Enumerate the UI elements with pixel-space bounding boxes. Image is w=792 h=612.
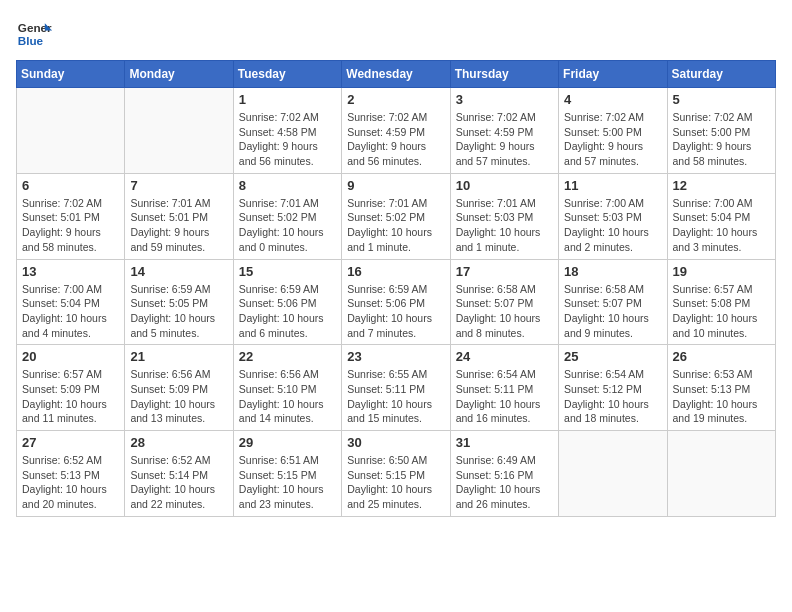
day-number: 1 bbox=[239, 92, 336, 107]
weekday-header-row: SundayMondayTuesdayWednesdayThursdayFrid… bbox=[17, 61, 776, 88]
day-info: Sunrise: 6:59 AMSunset: 5:05 PMDaylight:… bbox=[130, 282, 227, 341]
day-info: Sunrise: 6:57 AMSunset: 5:09 PMDaylight:… bbox=[22, 367, 119, 426]
day-number: 28 bbox=[130, 435, 227, 450]
day-number: 30 bbox=[347, 435, 444, 450]
day-info: Sunrise: 6:56 AMSunset: 5:09 PMDaylight:… bbox=[130, 367, 227, 426]
calendar-cell: 30Sunrise: 6:50 AMSunset: 5:15 PMDayligh… bbox=[342, 431, 450, 517]
calendar-body: 1Sunrise: 7:02 AMSunset: 4:58 PMDaylight… bbox=[17, 88, 776, 517]
svg-text:Blue: Blue bbox=[18, 34, 44, 47]
calendar-week-3: 13Sunrise: 7:00 AMSunset: 5:04 PMDayligh… bbox=[17, 259, 776, 345]
calendar-cell: 31Sunrise: 6:49 AMSunset: 5:16 PMDayligh… bbox=[450, 431, 558, 517]
day-info: Sunrise: 6:51 AMSunset: 5:15 PMDaylight:… bbox=[239, 453, 336, 512]
day-info: Sunrise: 6:53 AMSunset: 5:13 PMDaylight:… bbox=[673, 367, 770, 426]
day-info: Sunrise: 7:00 AMSunset: 5:03 PMDaylight:… bbox=[564, 196, 661, 255]
weekday-header-monday: Monday bbox=[125, 61, 233, 88]
calendar-cell bbox=[559, 431, 667, 517]
calendar-cell: 24Sunrise: 6:54 AMSunset: 5:11 PMDayligh… bbox=[450, 345, 558, 431]
day-number: 13 bbox=[22, 264, 119, 279]
day-info: Sunrise: 7:02 AMSunset: 4:58 PMDaylight:… bbox=[239, 110, 336, 169]
day-number: 12 bbox=[673, 178, 770, 193]
day-number: 24 bbox=[456, 349, 553, 364]
day-info: Sunrise: 6:52 AMSunset: 5:14 PMDaylight:… bbox=[130, 453, 227, 512]
day-number: 11 bbox=[564, 178, 661, 193]
day-info: Sunrise: 6:55 AMSunset: 5:11 PMDaylight:… bbox=[347, 367, 444, 426]
calendar-cell: 20Sunrise: 6:57 AMSunset: 5:09 PMDayligh… bbox=[17, 345, 125, 431]
day-info: Sunrise: 7:02 AMSunset: 5:01 PMDaylight:… bbox=[22, 196, 119, 255]
day-number: 15 bbox=[239, 264, 336, 279]
day-info: Sunrise: 7:02 AMSunset: 5:00 PMDaylight:… bbox=[564, 110, 661, 169]
calendar-cell: 11Sunrise: 7:00 AMSunset: 5:03 PMDayligh… bbox=[559, 173, 667, 259]
calendar-week-4: 20Sunrise: 6:57 AMSunset: 5:09 PMDayligh… bbox=[17, 345, 776, 431]
calendar-cell: 9Sunrise: 7:01 AMSunset: 5:02 PMDaylight… bbox=[342, 173, 450, 259]
weekday-header-wednesday: Wednesday bbox=[342, 61, 450, 88]
day-info: Sunrise: 7:02 AMSunset: 5:00 PMDaylight:… bbox=[673, 110, 770, 169]
day-number: 21 bbox=[130, 349, 227, 364]
calendar-week-5: 27Sunrise: 6:52 AMSunset: 5:13 PMDayligh… bbox=[17, 431, 776, 517]
day-info: Sunrise: 6:54 AMSunset: 5:12 PMDaylight:… bbox=[564, 367, 661, 426]
weekday-header-friday: Friday bbox=[559, 61, 667, 88]
day-info: Sunrise: 7:02 AMSunset: 4:59 PMDaylight:… bbox=[347, 110, 444, 169]
calendar-cell bbox=[17, 88, 125, 174]
calendar-cell: 1Sunrise: 7:02 AMSunset: 4:58 PMDaylight… bbox=[233, 88, 341, 174]
day-number: 17 bbox=[456, 264, 553, 279]
day-info: Sunrise: 7:01 AMSunset: 5:02 PMDaylight:… bbox=[239, 196, 336, 255]
day-number: 26 bbox=[673, 349, 770, 364]
calendar-cell: 6Sunrise: 7:02 AMSunset: 5:01 PMDaylight… bbox=[17, 173, 125, 259]
day-number: 20 bbox=[22, 349, 119, 364]
calendar-cell: 15Sunrise: 6:59 AMSunset: 5:06 PMDayligh… bbox=[233, 259, 341, 345]
calendar-cell bbox=[125, 88, 233, 174]
day-info: Sunrise: 7:01 AMSunset: 5:01 PMDaylight:… bbox=[130, 196, 227, 255]
logo: General Blue bbox=[16, 16, 52, 52]
calendar-cell: 27Sunrise: 6:52 AMSunset: 5:13 PMDayligh… bbox=[17, 431, 125, 517]
day-number: 5 bbox=[673, 92, 770, 107]
calendar-cell: 12Sunrise: 7:00 AMSunset: 5:04 PMDayligh… bbox=[667, 173, 775, 259]
page-header: General Blue bbox=[16, 16, 776, 52]
calendar-cell: 8Sunrise: 7:01 AMSunset: 5:02 PMDaylight… bbox=[233, 173, 341, 259]
day-number: 8 bbox=[239, 178, 336, 193]
calendar-cell: 4Sunrise: 7:02 AMSunset: 5:00 PMDaylight… bbox=[559, 88, 667, 174]
calendar-cell: 13Sunrise: 7:00 AMSunset: 5:04 PMDayligh… bbox=[17, 259, 125, 345]
day-info: Sunrise: 6:52 AMSunset: 5:13 PMDaylight:… bbox=[22, 453, 119, 512]
calendar-cell: 2Sunrise: 7:02 AMSunset: 4:59 PMDaylight… bbox=[342, 88, 450, 174]
day-number: 9 bbox=[347, 178, 444, 193]
day-info: Sunrise: 7:01 AMSunset: 5:03 PMDaylight:… bbox=[456, 196, 553, 255]
calendar-cell: 26Sunrise: 6:53 AMSunset: 5:13 PMDayligh… bbox=[667, 345, 775, 431]
day-info: Sunrise: 6:57 AMSunset: 5:08 PMDaylight:… bbox=[673, 282, 770, 341]
day-number: 7 bbox=[130, 178, 227, 193]
calendar-cell: 14Sunrise: 6:59 AMSunset: 5:05 PMDayligh… bbox=[125, 259, 233, 345]
day-number: 4 bbox=[564, 92, 661, 107]
calendar-cell: 21Sunrise: 6:56 AMSunset: 5:09 PMDayligh… bbox=[125, 345, 233, 431]
day-number: 19 bbox=[673, 264, 770, 279]
weekday-header-tuesday: Tuesday bbox=[233, 61, 341, 88]
calendar-cell: 19Sunrise: 6:57 AMSunset: 5:08 PMDayligh… bbox=[667, 259, 775, 345]
calendar-cell: 28Sunrise: 6:52 AMSunset: 5:14 PMDayligh… bbox=[125, 431, 233, 517]
day-info: Sunrise: 6:58 AMSunset: 5:07 PMDaylight:… bbox=[564, 282, 661, 341]
day-number: 23 bbox=[347, 349, 444, 364]
day-info: Sunrise: 7:01 AMSunset: 5:02 PMDaylight:… bbox=[347, 196, 444, 255]
calendar-cell: 10Sunrise: 7:01 AMSunset: 5:03 PMDayligh… bbox=[450, 173, 558, 259]
day-number: 16 bbox=[347, 264, 444, 279]
logo-icon: General Blue bbox=[16, 16, 52, 52]
day-info: Sunrise: 6:49 AMSunset: 5:16 PMDaylight:… bbox=[456, 453, 553, 512]
day-number: 25 bbox=[564, 349, 661, 364]
day-info: Sunrise: 6:54 AMSunset: 5:11 PMDaylight:… bbox=[456, 367, 553, 426]
calendar-cell: 5Sunrise: 7:02 AMSunset: 5:00 PMDaylight… bbox=[667, 88, 775, 174]
calendar-cell: 29Sunrise: 6:51 AMSunset: 5:15 PMDayligh… bbox=[233, 431, 341, 517]
calendar-cell bbox=[667, 431, 775, 517]
calendar-cell: 16Sunrise: 6:59 AMSunset: 5:06 PMDayligh… bbox=[342, 259, 450, 345]
weekday-header-thursday: Thursday bbox=[450, 61, 558, 88]
calendar-table: SundayMondayTuesdayWednesdayThursdayFrid… bbox=[16, 60, 776, 517]
day-number: 2 bbox=[347, 92, 444, 107]
day-info: Sunrise: 6:50 AMSunset: 5:15 PMDaylight:… bbox=[347, 453, 444, 512]
calendar-week-1: 1Sunrise: 7:02 AMSunset: 4:58 PMDaylight… bbox=[17, 88, 776, 174]
day-info: Sunrise: 6:58 AMSunset: 5:07 PMDaylight:… bbox=[456, 282, 553, 341]
day-info: Sunrise: 7:00 AMSunset: 5:04 PMDaylight:… bbox=[22, 282, 119, 341]
weekday-header-sunday: Sunday bbox=[17, 61, 125, 88]
day-number: 22 bbox=[239, 349, 336, 364]
day-number: 6 bbox=[22, 178, 119, 193]
day-info: Sunrise: 7:00 AMSunset: 5:04 PMDaylight:… bbox=[673, 196, 770, 255]
calendar-cell: 25Sunrise: 6:54 AMSunset: 5:12 PMDayligh… bbox=[559, 345, 667, 431]
calendar-cell: 22Sunrise: 6:56 AMSunset: 5:10 PMDayligh… bbox=[233, 345, 341, 431]
day-number: 3 bbox=[456, 92, 553, 107]
day-number: 27 bbox=[22, 435, 119, 450]
